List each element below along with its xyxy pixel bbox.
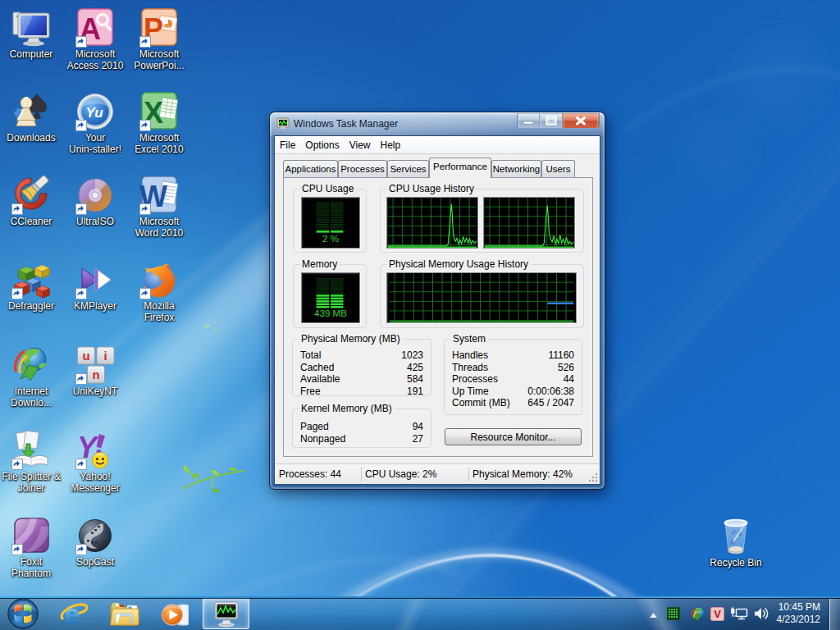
svg-text:V: V: [714, 608, 721, 620]
svg-text:Yu: Yu: [85, 105, 103, 121]
svg-text:i: i: [103, 349, 107, 363]
svg-text:u: u: [82, 349, 89, 363]
svg-text:n: n: [92, 368, 99, 381]
svg-text:2 %: 2 %: [322, 233, 339, 244]
svg-text:439 MB: 439 MB: [314, 308, 347, 318]
